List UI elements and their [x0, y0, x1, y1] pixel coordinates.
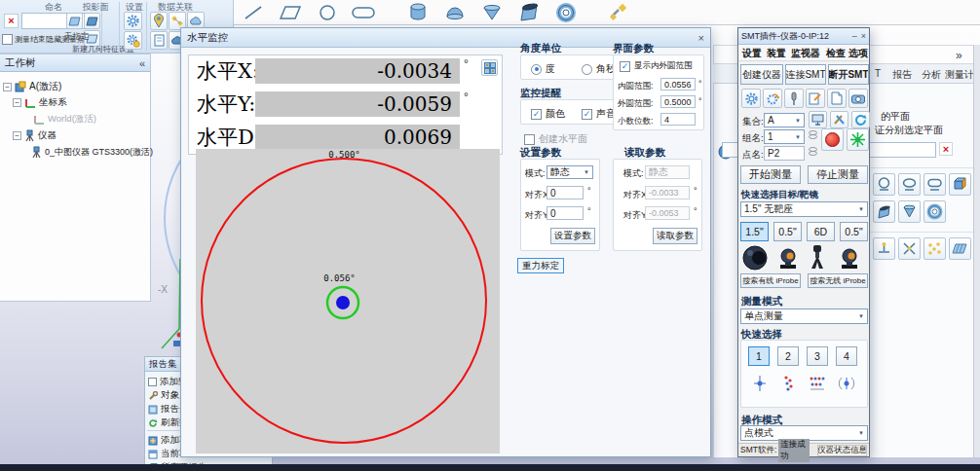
tree-node-coordsys[interactable]: − 坐标系 — [13, 96, 67, 109]
gravity-calibration-button[interactable]: 重力标定 — [517, 258, 564, 273]
dialog-close-icon[interactable]: × — [698, 32, 704, 44]
stable-point-mode-icon[interactable] — [838, 374, 855, 393]
set-y-field[interactable]: 0 — [547, 206, 584, 220]
disconnect-smt-button[interactable]: 断开SMT — [828, 64, 869, 85]
measure-mode-select[interactable]: 单点测量▼ — [740, 308, 868, 324]
expander-icon[interactable]: − — [13, 98, 21, 107]
overflow-chevron[interactable]: » — [956, 49, 962, 62]
menu-device[interactable]: 装置 — [767, 47, 786, 60]
laser-pointer-button[interactable] — [847, 128, 869, 151]
projection-plane-icon[interactable] — [66, 13, 83, 29]
create-instrument-button[interactable]: 创建仪器 — [740, 64, 783, 85]
slanted-disc-feature-icon[interactable] — [873, 200, 895, 223]
slanted-cylinder-tool-icon[interactable] — [514, 1, 544, 23]
remote-screen-icon[interactable] — [809, 111, 827, 128]
torus-tool-icon[interactable] — [551, 1, 581, 23]
create-plane-checkbox[interactable] — [524, 134, 535, 145]
right-scrollbar[interactable] — [973, 45, 980, 457]
expander-icon[interactable]: − — [13, 131, 21, 140]
show-circles-row[interactable]: ✓ 显示内外圆范围 — [620, 60, 693, 72]
tab-report[interactable]: 报告 — [892, 68, 912, 82]
datalink-doc-icon[interactable] — [150, 31, 168, 50]
multi-point-mode-icon[interactable] — [781, 374, 797, 393]
tree-node-instrument-gts3300[interactable]: 0_中图仪器 GTS3300(激活) — [31, 146, 153, 159]
target-size-0-5b-button[interactable]: 0.5" — [840, 222, 868, 241]
target-size-6d-button[interactable]: 6D — [807, 222, 835, 241]
smt-camera-icon[interactable] — [848, 89, 868, 108]
start-measure-button[interactable]: 开始测量 — [740, 165, 801, 184]
tripod-probe-icon[interactable] — [808, 244, 827, 271]
target-size-0-5-button[interactable]: 0.5" — [773, 222, 802, 241]
create-plane-row[interactable]: 创建水平面 — [524, 132, 587, 146]
tree-node-world[interactable]: World(激活) — [33, 113, 96, 126]
clear-name-button[interactable]: × — [4, 14, 19, 28]
bg-clear-icon[interactable]: × — [939, 142, 953, 156]
smt-minimize-icon[interactable]: – — [852, 31, 857, 41]
reflector-mount-icon[interactable] — [777, 247, 799, 271]
quick-4-button[interactable]: 4 — [836, 346, 857, 366]
quick-2-button[interactable]: 2 — [777, 346, 799, 366]
set-params-button[interactable]: 设置参数 — [550, 228, 595, 244]
plane-feature-icon[interactable] — [949, 237, 971, 260]
point-line-feature-icon[interactable] — [873, 237, 895, 260]
search-wired-iprobe-button[interactable]: 搜索有线 iProbe — [740, 273, 801, 288]
collapse-panel-icon[interactable]: « — [139, 57, 145, 69]
projection-plane2-icon[interactable] — [84, 13, 100, 29]
set-mode-select[interactable]: 静态▼ — [547, 165, 593, 179]
stadium-feature-icon[interactable] — [923, 173, 946, 196]
record-point-button[interactable] — [821, 128, 844, 151]
torus-feature-icon[interactable] — [923, 200, 946, 223]
color-checkbox-row[interactable]: ✓ 颜色 — [531, 107, 565, 121]
scan-mode-icon[interactable] — [809, 374, 826, 393]
collection-select[interactable]: A▼ — [764, 113, 805, 127]
location-pin-icon[interactable] — [150, 12, 168, 30]
menu-monitor[interactable]: 监视器 — [791, 47, 820, 60]
cube-feature-icon[interactable] — [949, 173, 971, 196]
inner-range-field[interactable]: 0.0556 — [660, 78, 696, 91]
reflector-mount2-icon[interactable] — [839, 247, 860, 271]
settings-gear-advanced-icon[interactable] — [124, 31, 142, 50]
smt-sync-gear-icon[interactable] — [763, 89, 782, 108]
circle-feature-icon[interactable] — [873, 173, 895, 196]
read-params-button[interactable]: 读取参数 — [653, 228, 697, 244]
mini-target-icon[interactable] — [808, 146, 818, 157]
smt-gear-icon[interactable] — [741, 89, 761, 108]
stadium-tool-icon[interactable] — [349, 2, 378, 22]
parallelogram-tool-icon[interactable] — [277, 2, 304, 22]
group-select[interactable]: 1▼ — [764, 129, 805, 144]
cylinder-tool-icon[interactable] — [403, 1, 433, 23]
mini-target-icon[interactable] — [808, 129, 818, 140]
single-point-mode-icon[interactable] — [752, 374, 768, 393]
target-type-select[interactable]: 1.5" 无靶座▼ — [740, 201, 868, 217]
quick-3-button[interactable]: 3 — [807, 346, 828, 366]
tree-node-instruments[interactable]: − 仪器 — [13, 129, 57, 142]
degree-radio[interactable] — [531, 64, 542, 75]
connect-smt-button[interactable]: 连接SMT — [785, 64, 826, 85]
tools-icon[interactable] — [830, 111, 848, 128]
refresh-connection-icon[interactable] — [851, 111, 870, 128]
arcsec-radio[interactable] — [582, 64, 592, 75]
search-wireless-iprobe-button[interactable]: 搜索无线 iProbe — [808, 273, 868, 288]
smt-edit-doc-icon[interactable] — [806, 89, 825, 108]
sound-checkbox[interactable]: ✓ — [582, 109, 592, 120]
instrument-status-button[interactable]: 仪器状态信息 — [817, 445, 867, 456]
color-checkbox[interactable]: ✓ — [531, 109, 542, 120]
dome-tool-icon[interactable] — [440, 1, 470, 23]
radio-arcsec-row[interactable]: 角秒 — [582, 62, 616, 76]
tab-analysis[interactable]: 分析 — [922, 68, 941, 82]
smt-titlebar[interactable]: SMT插件-仪器-0-IP:12 – × — [738, 28, 869, 45]
cone-tool-icon[interactable] — [477, 1, 507, 23]
cone-feature-icon[interactable] — [898, 200, 921, 223]
tab-partial[interactable]: T — [875, 68, 881, 79]
reflector-sphere-icon[interactable] — [741, 245, 769, 271]
decimals-field[interactable]: 4 — [660, 113, 696, 126]
radio-degree-row[interactable]: 度 — [531, 62, 555, 76]
scatter-points-feature-icon[interactable] — [923, 237, 946, 260]
grid-view-icon[interactable] — [481, 59, 498, 76]
settings-gear-icon[interactable] — [124, 12, 142, 30]
smt-doc-icon[interactable] — [827, 89, 847, 108]
ellipse-feature-icon[interactable] — [898, 173, 921, 196]
bottom-taskbar-strip[interactable] — [0, 464, 980, 471]
set-x-field[interactable]: 0 — [547, 186, 584, 199]
sound-checkbox-row[interactable]: ✓ 声音 — [582, 107, 616, 121]
